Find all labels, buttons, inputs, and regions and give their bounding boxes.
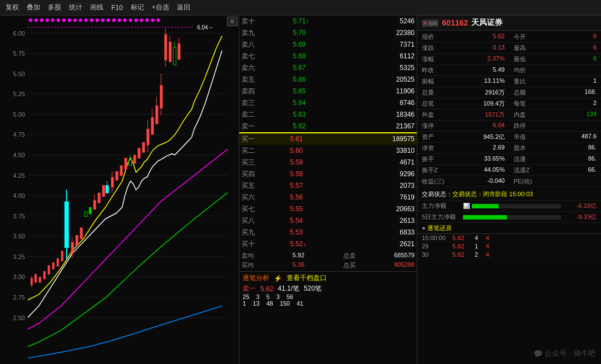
field-key-18: 资产 — [422, 133, 434, 141]
analysis-link[interactable]: 查看千档盘口 — [287, 273, 327, 283]
toolbar: 复权 叠加 多股 统计 画线 F10 标记 +自选 返回 — [0, 0, 601, 16]
field-val-22: 33.65% — [484, 155, 505, 163]
buy-price-7: 5.54 — [288, 215, 344, 227]
svg-rect-91 — [133, 155, 136, 164]
stock-field-11: 总额168. — [509, 87, 601, 98]
stock-field-6: 昨收5.49 — [417, 65, 509, 76]
flow1-icon: 📊 — [463, 203, 470, 209]
stock-field-10: 总量2916万 — [417, 87, 509, 98]
buy-label-9: 买十 — [239, 238, 288, 250]
field-key-10: 总量 — [422, 88, 434, 97]
field-val-25: 66. — [588, 166, 597, 174]
svg-rect-81 — [106, 185, 109, 193]
svg-rect-66 — [61, 251, 63, 261]
toolbar-btn-duogu[interactable]: 多股 — [45, 2, 65, 13]
tick-label: 逐笔还原 — [427, 225, 452, 231]
field-val-5: 6 — [593, 55, 597, 63]
sell-label: 卖一 — [243, 284, 256, 293]
stock-field-7: 均价 — [509, 65, 601, 76]
status-detail: 交易状态：闭市阶段 15:00:03 — [452, 191, 533, 197]
toolbar-btn-biaoji[interactable]: 标记 — [127, 2, 147, 13]
sell-vol-3: 6112 — [351, 51, 417, 62]
buy-label-1: 买二 — [239, 145, 288, 157]
field-val-3: 6 — [593, 44, 597, 52]
toolbar-btn-tongji[interactable]: 统计 — [66, 2, 86, 13]
svg-text:4.50: 4.50 — [13, 152, 25, 158]
toolbar-btn-huaxian[interactable]: 画线 — [87, 2, 107, 13]
field-key-19: 市值 — [514, 133, 526, 141]
svg-rect-87 — [120, 166, 122, 176]
buy-label-0: 买一 — [239, 133, 288, 145]
buy-vol-4: 2073 — [344, 180, 417, 192]
stock-field-26: 收益(三)-0.040 — [417, 176, 509, 187]
svg-rect-76 — [89, 207, 92, 215]
sell-label-2: 卖八 — [239, 39, 290, 51]
toolbar-btn-fuquan[interactable]: 复权 — [2, 2, 22, 13]
stock-field-8: 振幅13.11% — [417, 76, 509, 87]
svg-point-51 — [129, 18, 132, 22]
sell-vol-4: 5325 — [351, 62, 417, 74]
buy-vol-9: 2621 — [344, 238, 417, 250]
sell-label-9: 卖一 — [239, 121, 290, 132]
sell-orders-table: 卖十 5.71↑ 5246 卖九 5.70 22380 卖八 5.69 7371… — [239, 16, 417, 132]
svg-point-43 — [85, 18, 88, 22]
toolbar-btn-f10[interactable]: F10 — [108, 3, 126, 13]
svg-text:5.75: 5.75 — [13, 50, 25, 57]
tick-dir-2: 4 — [486, 251, 497, 258]
stock-field-0: 现价5.62 — [417, 32, 509, 43]
sell-price-3: 5.68 — [290, 51, 351, 62]
buy-price-3: 5.58 — [288, 168, 344, 180]
tick-row: 15:00:00 5.62 4 4 — [417, 234, 601, 242]
stock-code: 601162 — [442, 18, 468, 27]
svg-point-33 — [29, 18, 32, 22]
buy-label-2: 买三 — [239, 157, 288, 168]
buy-label-5: 买六 — [239, 192, 288, 203]
field-key-27: PE(动) — [514, 177, 532, 186]
svg-text:5.25: 5.25 — [13, 91, 25, 97]
watermark: 💬 公众号：骑牛吧 — [534, 348, 595, 358]
buy-price-4: 5.57 — [288, 180, 344, 192]
sell-label-4: 卖六 — [239, 62, 290, 74]
toolbar-btn-fanhui[interactable]: 返回 — [174, 2, 194, 13]
svg-text:4.75: 4.75 — [13, 131, 25, 138]
buy-price-6: 5.55 — [288, 203, 344, 215]
tick-vol-2: 2 — [475, 251, 486, 258]
flow2-bar — [463, 215, 561, 220]
analysis-num-2: 3 — [256, 293, 259, 300]
field-key-2: 涨跌 — [422, 44, 434, 52]
svg-rect-99 — [155, 106, 158, 124]
analysis-num-8: 48 — [266, 300, 273, 307]
info-panel: R 500 601162 天风证券 现价5.62今开6涨跌0.13最高6涨幅2.… — [417, 16, 601, 364]
buy-vol-1: 33810 — [344, 145, 417, 157]
svg-text:2.75: 2.75 — [13, 294, 25, 301]
toolbar-btn-diejia[interactable]: 叠加 — [23, 2, 43, 13]
buy-label-3: 买四 — [239, 168, 288, 180]
sell-vol-5: 20525 — [351, 74, 417, 86]
svg-rect-62 — [43, 271, 46, 280]
svg-rect-111 — [178, 43, 180, 59]
svg-rect-92 — [137, 148, 140, 158]
svg-point-39 — [62, 18, 66, 22]
svg-point-38 — [57, 18, 60, 22]
buy-price-8: 5.53 — [288, 227, 344, 238]
total-buy-vol: 805288 — [394, 261, 415, 270]
buy-price-2: 5.59 — [288, 157, 344, 168]
svg-point-35 — [40, 18, 43, 22]
sell-vol-6: 11906 — [351, 86, 417, 97]
stock-field-5: 最低6 — [509, 54, 601, 65]
svg-point-40 — [68, 18, 71, 22]
toolbar-btn-zixuan[interactable]: +自选 — [149, 2, 173, 13]
field-key-24: 换手Z — [422, 166, 438, 174]
svg-rect-60 — [35, 274, 37, 283]
field-key-9: 量比 — [514, 77, 526, 86]
chart-settings-icon[interactable]: ⚙ — [227, 17, 238, 26]
field-key-7: 均价 — [514, 66, 526, 74]
svg-text:3.75: 3.75 — [13, 212, 25, 219]
svg-rect-74 — [80, 227, 83, 239]
analysis-bar: 逐笔分析 ⚡ 查看千档盘口 卖一 5.62 41.1/笔 520笔 25 3 5… — [239, 271, 417, 308]
field-key-22: 换手 — [422, 155, 434, 163]
field-key-1: 今开 — [514, 33, 526, 41]
field-val-14: 1571万 — [485, 111, 505, 119]
buy-vol-5: 7619 — [344, 192, 417, 203]
svg-rect-65 — [57, 258, 59, 267]
